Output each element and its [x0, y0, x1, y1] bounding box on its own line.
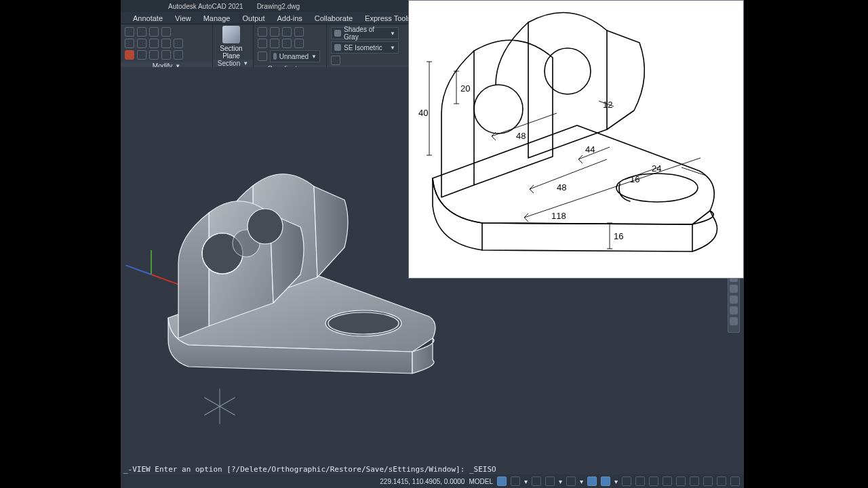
selection-cycling-icon[interactable] [663, 476, 672, 486]
solid-model[interactable] [148, 135, 446, 392]
ucs-icon [273, 53, 277, 60]
dim-20: 20 [460, 83, 470, 94]
letterbox-left [0, 0, 121, 488]
otrack-icon[interactable] [622, 476, 631, 486]
orbit-icon[interactable] [730, 306, 738, 314]
letterbox-right [744, 0, 868, 488]
ucs-origin-icon[interactable] [294, 39, 304, 48]
visual-style-icon [334, 30, 341, 37]
ucs-world-icon[interactable] [258, 27, 267, 37]
revolve-icon[interactable] [149, 39, 159, 48]
extrude-icon[interactable] [137, 39, 146, 48]
showmotion-icon[interactable] [730, 317, 738, 325]
move-3d-icon[interactable] [137, 27, 146, 37]
section-plane-label: SectionPlane [220, 45, 242, 60]
zoom-icon[interactable] [730, 296, 738, 304]
tab-collaborate[interactable]: Collaborate [309, 14, 358, 23]
dropdown-icon[interactable] [174, 27, 178, 37]
ucs-object-icon[interactable] [282, 39, 292, 48]
view-config-icon[interactable] [331, 56, 340, 65]
workspace-icon[interactable] [703, 476, 713, 486]
annotation-icon[interactable] [690, 476, 699, 486]
dropdown-icon[interactable] [307, 27, 311, 37]
customize-icon[interactable] [730, 476, 740, 486]
isodraft-icon[interactable] [566, 476, 576, 486]
tab-annotate[interactable]: Annotate [127, 14, 168, 23]
intersect-icon[interactable] [125, 50, 134, 60]
transparency-icon[interactable] [649, 476, 658, 486]
presspull-icon[interactable] [137, 50, 146, 60]
tab-view[interactable]: View [170, 14, 197, 23]
ucs-x-icon[interactable] [270, 27, 279, 37]
iso-view-dropdown[interactable]: SE Isometric▼ [331, 41, 399, 54]
lineweight-icon[interactable] [635, 476, 645, 486]
chamfer-edge-icon[interactable] [161, 50, 171, 60]
fillet-edge-icon[interactable] [149, 50, 159, 60]
dim-118: 118 [551, 211, 566, 221]
dim-16b: 16 [614, 231, 623, 241]
section-plane-icon [222, 26, 240, 43]
tab-addins[interactable]: Add-ins [272, 14, 308, 23]
svg-point-7 [545, 48, 591, 94]
page-root: Autodesk AutoCAD 2021 Drawing2.dwg Annot… [0, 0, 868, 488]
union-icon[interactable] [125, 27, 134, 37]
subtract-icon[interactable] [125, 39, 134, 48]
panel-modify: Modify▼ [121, 24, 213, 66]
osnap-toggle-icon[interactable] [587, 476, 597, 486]
visual-style-dropdown[interactable]: Shades of Gray▼ [331, 27, 399, 39]
ucs-face-icon[interactable] [258, 39, 267, 48]
ucs-prev-icon[interactable] [258, 52, 267, 61]
file-name: Drawing2.dwg [257, 3, 300, 10]
app-name: Autodesk AutoCAD 2021 [168, 3, 243, 10]
sweep-icon[interactable] [161, 39, 171, 48]
3dosnap-toggle-icon[interactable] [601, 476, 610, 486]
status-bar: 229.1415, 110.4905, 0.0000 MODEL ▾ ▾ ▾ ▾ [121, 474, 744, 488]
ucs-z-icon[interactable] [294, 27, 304, 37]
polar-toggle-icon[interactable] [545, 476, 555, 486]
command-history: _-VIEW Enter an option [?/Delete/Orthogr… [121, 464, 744, 475]
shell-icon[interactable] [174, 50, 183, 60]
rotate-3d-icon[interactable] [149, 27, 159, 37]
grid-toggle-icon[interactable] [497, 476, 507, 486]
view-cube-icon [334, 44, 341, 51]
svg-point-1 [328, 312, 399, 334]
model-space-button[interactable]: MODEL [469, 478, 493, 485]
dim-48b: 48 [557, 182, 566, 192]
navigation-bar[interactable] [728, 270, 740, 333]
panel-label-section[interactable]: Section▼ [213, 60, 253, 67]
dim-48a: 48 [516, 131, 526, 141]
scale-3d-icon[interactable] [161, 27, 171, 37]
dim-16a: 16 [630, 174, 639, 184]
dropdown-icon[interactable] [307, 39, 311, 48]
ortho-toggle-icon[interactable] [532, 476, 541, 486]
section-plane-button[interactable]: SectionPlane [213, 24, 250, 60]
ucs-named-dropdown[interactable]: Unnamed▼ [270, 50, 320, 62]
tab-output[interactable]: Output [237, 14, 270, 23]
loft-icon[interactable] [174, 39, 183, 48]
snap-toggle-icon[interactable] [511, 476, 520, 486]
reference-drawing: 20 40 12 48 48 44 24 16 118 16 [408, 0, 744, 279]
coordinates-readout: 229.1415, 110.4905, 0.0000 [380, 478, 465, 485]
dim-44: 44 [585, 144, 595, 155]
panel-coordinates: Unnamed▼ Coordinates▼ [254, 24, 327, 66]
ucs-view-icon[interactable] [270, 39, 279, 48]
gizmo-icon[interactable] [676, 476, 686, 486]
svg-point-5 [248, 209, 283, 244]
dim-24: 24 [652, 163, 661, 174]
svg-point-6 [616, 174, 698, 202]
dim-40: 40 [418, 108, 428, 118]
svg-point-8 [474, 85, 523, 134]
tab-manage[interactable]: Manage [198, 14, 236, 23]
clean-screen-icon[interactable] [717, 476, 726, 486]
ucs-y-icon[interactable] [282, 27, 292, 37]
dim-12: 12 [603, 100, 612, 110]
panel-section: SectionPlane Section▼ [213, 24, 254, 66]
pan-icon[interactable] [730, 285, 738, 293]
